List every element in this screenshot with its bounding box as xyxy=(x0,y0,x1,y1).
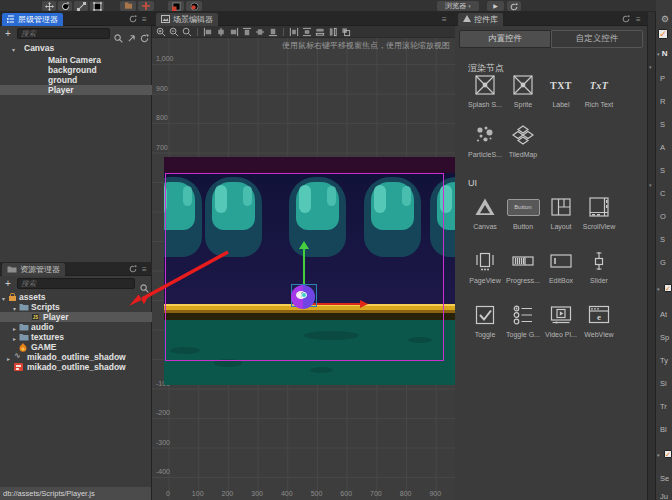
inspector-row: At xyxy=(660,310,667,319)
gizmo-x-arrowhead[interactable] xyxy=(360,300,368,308)
library-item-layout[interactable]: Layout xyxy=(542,194,580,230)
node-active-checkbox[interactable]: ✓ xyxy=(658,29,668,39)
panel-divider[interactable]: ▾ ▾ xyxy=(648,12,656,500)
expand-arrow-icon[interactable]: ▾ xyxy=(12,45,15,55)
assets-refresh-icon[interactable] xyxy=(129,265,137,275)
play-button[interactable]: ▶ xyxy=(487,1,504,11)
hierarchy-node-background[interactable]: background xyxy=(0,65,152,75)
library-item-label[interactable]: TXT Label xyxy=(542,72,580,108)
library-item-splash-sprite[interactable]: Splash S... xyxy=(466,72,504,108)
asset-item-textures[interactable]: ▸ textures xyxy=(0,332,152,342)
move-tool-icon xyxy=(45,2,54,11)
hierarchy-node-ground[interactable]: ground xyxy=(0,75,152,85)
pivot-mode-button[interactable] xyxy=(120,1,136,11)
asset-item-audio[interactable]: ▸ audio xyxy=(0,322,152,332)
library-icon xyxy=(463,15,471,25)
asset-item-mikado-font[interactable]: ▸ ∿ mikado_outline_shadow xyxy=(0,352,152,362)
inspector-row: Tr xyxy=(660,402,667,411)
world-coord-button[interactable] xyxy=(186,1,202,11)
library-menu-icon[interactable]: ≡ xyxy=(636,15,641,24)
scene-viewport[interactable]: 使用鼠标右键平移视窗焦点，使用滚轮缩放视图 1,000 900 800 700 … xyxy=(152,38,455,500)
rect-tool-button[interactable] xyxy=(90,1,104,11)
scene-menu-icon[interactable]: ≡ xyxy=(442,15,447,24)
library-refresh-icon[interactable] xyxy=(622,15,630,25)
inspector-row: S xyxy=(660,166,665,175)
sprite-icon xyxy=(466,72,504,98)
tab-custom-controls[interactable]: 自定义控件 xyxy=(551,30,643,48)
library-item-scrollview[interactable]: ScrollView xyxy=(580,194,618,230)
hierarchy-menu-icon[interactable]: ≡ xyxy=(142,15,147,24)
asset-item-player-script[interactable]: JS Player xyxy=(0,312,152,322)
library-item-sprite[interactable]: Sprite xyxy=(504,72,542,108)
component-section-header[interactable]: ▾ xyxy=(657,284,660,293)
video-player-icon xyxy=(542,302,580,328)
hierarchy-icon xyxy=(7,15,15,25)
tab-assets-label: 资源管理器 xyxy=(20,264,60,275)
library-item-webview[interactable]: e WebView xyxy=(580,302,618,338)
assets-search-input[interactable] xyxy=(17,278,135,289)
tab-builtin-controls[interactable]: 内置控件 xyxy=(459,30,551,48)
refresh-preview-button[interactable] xyxy=(507,1,521,11)
library-item-button[interactable]: Button Button xyxy=(504,194,542,230)
hierarchy-node-player[interactable]: Player xyxy=(0,85,152,95)
tab-hierarchy-label: 层级管理器 xyxy=(18,14,58,25)
ruler-label: 500 xyxy=(307,490,327,497)
tab-hierarchy[interactable]: 层级管理器 xyxy=(2,13,63,26)
library-item-tiledmap[interactable]: TiledMap xyxy=(504,122,542,158)
scale-tool-button[interactable] xyxy=(74,1,88,11)
library-item-toggle-group[interactable]: Toggle G... xyxy=(504,302,542,338)
scroll-down-icon[interactable]: ▾ xyxy=(649,182,652,188)
inspector-row: Sp xyxy=(660,333,669,342)
ruler-label: -400 xyxy=(156,468,170,475)
svg-text:e: e xyxy=(597,312,601,322)
component-section-header[interactable]: ▾ xyxy=(657,450,660,459)
asset-item-game-scene[interactable]: GAME xyxy=(0,342,152,352)
gizmo-y-arrowhead[interactable] xyxy=(299,241,309,249)
assets-menu-icon[interactable]: ≡ xyxy=(142,265,147,274)
preview-target-label: 浏览器 xyxy=(445,1,466,11)
library-item-editbox[interactable]: EditBox xyxy=(542,248,580,284)
asset-item-mikado-image[interactable]: mikado_outline_shadow xyxy=(0,362,152,372)
asset-item-scripts[interactable]: ▾ Scripts xyxy=(0,302,152,312)
rotate-tool-button[interactable] xyxy=(58,1,72,11)
library-item-particle-system[interactable]: ParticleS... xyxy=(466,122,504,158)
local-coord-icon xyxy=(172,2,181,11)
library-item-video-player[interactable]: Video Pl... xyxy=(542,302,580,338)
tiledmap-icon xyxy=(504,122,542,148)
library-item-progressbar[interactable]: Progress... xyxy=(504,248,542,284)
game-scene-preview xyxy=(164,157,456,385)
gizmo-center-handle[interactable] xyxy=(301,292,307,298)
ruler-label: 600 xyxy=(336,490,356,497)
create-asset-button[interactable]: + xyxy=(3,278,13,289)
library-item-canvas[interactable]: Canvas xyxy=(466,194,504,230)
component-enable-checkbox[interactable]: ✓ xyxy=(664,284,672,292)
library-item-pageview[interactable]: PageView xyxy=(466,248,504,284)
scroll-up-icon[interactable]: ▾ xyxy=(649,64,652,70)
canvas-icon xyxy=(466,194,504,220)
create-node-button[interactable]: + xyxy=(3,28,13,39)
library-item-toggle[interactable]: Toggle xyxy=(466,302,504,338)
library-item-slider[interactable]: Slider xyxy=(580,248,618,284)
asset-item-assets-root[interactable]: ▾ assets xyxy=(0,292,152,302)
hierarchy-node-canvas[interactable]: ▾ Canvas xyxy=(0,43,152,53)
gear-icon[interactable]: ⚙ xyxy=(661,14,669,24)
inspector-panel-clipped: ⚙ ✓ ▾ N P R S A S C O S G ▾ ✓ At Sp Ty S… xyxy=(656,0,672,500)
hierarchy-search-input[interactable] xyxy=(17,28,110,39)
anchor-mode-button[interactable] xyxy=(138,1,154,11)
tab-control-library[interactable]: 控件库 xyxy=(458,13,503,26)
tab-assets[interactable]: 资源管理器 xyxy=(2,263,65,276)
ruler-label: 300 xyxy=(247,490,267,497)
sprite-icon xyxy=(504,72,542,98)
component-enable-checkbox[interactable]: ✓ xyxy=(664,450,672,458)
node-section-header[interactable]: ▾ N xyxy=(657,49,668,58)
preview-target-dropdown[interactable]: 浏览器 ▾ xyxy=(437,1,479,11)
scrollview-icon xyxy=(580,194,618,220)
status-bar: db://assets/Scripts/Player.js xyxy=(0,487,152,500)
hierarchy-refresh-icon[interactable] xyxy=(129,15,137,25)
library-item-rich-text[interactable]: TxT Rich Text xyxy=(580,72,618,108)
move-tool-button[interactable] xyxy=(42,1,56,11)
hierarchy-node-main-camera[interactable]: Main Camera xyxy=(0,55,152,65)
rect-tool-icon xyxy=(93,2,102,11)
local-coord-button[interactable] xyxy=(168,1,184,11)
ruler-label: 0 xyxy=(158,490,178,497)
